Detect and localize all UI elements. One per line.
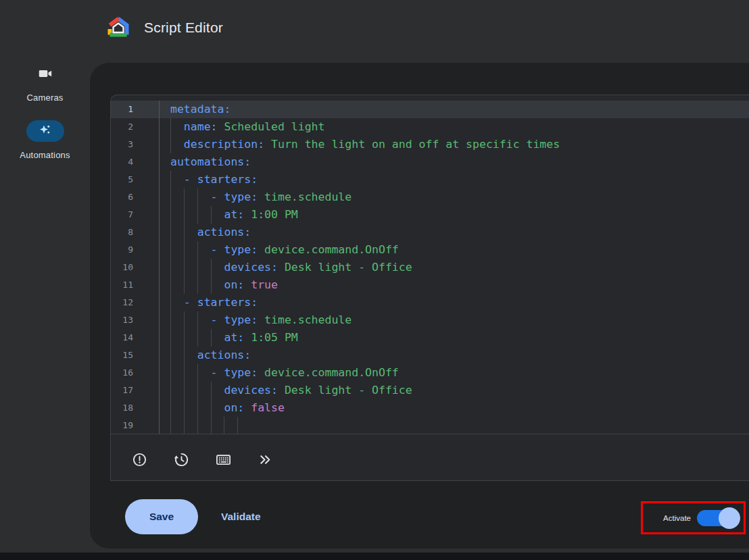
code-text [160, 417, 749, 434]
code-text: - type: device.command.OnOff [160, 364, 749, 382]
line-number: 7 [111, 206, 160, 224]
script-editor-card: 1metadata:2name: Scheduled light3descrip… [90, 63, 749, 549]
code-line[interactable]: 16- type: device.command.OnOff [111, 364, 749, 382]
code-text: - starters: [160, 294, 749, 311]
code-text: on: true [160, 276, 749, 294]
line-number: 19 [111, 417, 160, 434]
code-text: - starters: [160, 171, 749, 188]
sidebar-item-cameras[interactable] [32, 66, 59, 84]
code-line[interactable]: 5- starters: [111, 171, 749, 188]
errors-button[interactable] [126, 447, 153, 474]
line-number: 5 [111, 171, 160, 188]
code-line[interactable]: 7at: 1:00 PM [111, 206, 749, 224]
keyboard-icon [216, 452, 231, 469]
code-text: description: Turn the light on and off a… [160, 136, 749, 153]
line-number: 17 [111, 382, 160, 399]
line-number: 18 [111, 399, 160, 417]
sparkle-icon [39, 123, 52, 139]
line-number: 16 [111, 364, 160, 382]
code-line[interactable]: 10devices: Desk light - Office [111, 259, 749, 276]
code-lines[interactable]: 1metadata:2name: Scheduled light3descrip… [111, 95, 749, 434]
editor-toolbar [111, 434, 749, 486]
line-number: 12 [111, 294, 160, 311]
line-number: 13 [111, 311, 160, 329]
activate-label: Activate [663, 514, 691, 522]
sidebar-item-cameras-label[interactable]: Cameras [0, 93, 90, 103]
error-icon [132, 452, 147, 469]
page-title: Script Editor [144, 20, 223, 36]
code-text: automations: [160, 153, 749, 171]
sidebar-item-automations[interactable] [26, 120, 64, 142]
bottom-strip [0, 553, 749, 560]
code-line[interactable]: 3description: Turn the light on and off … [111, 136, 749, 153]
sidebar: Cameras Automations [0, 63, 90, 160]
line-number: 2 [111, 118, 160, 136]
line-number: 8 [111, 224, 160, 241]
code-text: on: false [160, 399, 749, 417]
code-text: - type: time.schedule [160, 188, 749, 206]
history-icon [174, 452, 189, 469]
code-line[interactable]: 2name: Scheduled light [111, 118, 749, 136]
validate-button[interactable]: Validate [216, 499, 266, 534]
code-line[interactable]: 15actions: [111, 347, 749, 364]
code-line[interactable]: 18on: false [111, 399, 749, 417]
videocam-icon [38, 66, 53, 84]
code-line[interactable]: 14at: 1:05 PM [111, 329, 749, 347]
code-line[interactable]: 13- type: time.schedule [111, 311, 749, 329]
double-chevron-icon [258, 452, 273, 469]
line-number: 6 [111, 188, 160, 206]
save-button[interactable]: Save [125, 499, 198, 534]
code-line[interactable]: 8actions: [111, 224, 749, 241]
line-number: 3 [111, 136, 160, 153]
line-number: 10 [111, 259, 160, 276]
toggle-thumb [719, 507, 740, 529]
google-home-logo-icon [106, 16, 130, 40]
code-line[interactable]: 1metadata: [111, 101, 749, 118]
code-text: actions: [160, 347, 749, 364]
code-text: devices: Desk light - Office [160, 259, 749, 276]
line-number: 1 [111, 101, 160, 118]
code-line[interactable]: 17devices: Desk light - Office [111, 382, 749, 399]
code-text: name: Scheduled light [160, 118, 749, 136]
line-number: 11 [111, 276, 160, 294]
code-text: devices: Desk light - Office [160, 382, 749, 399]
history-button[interactable] [168, 447, 195, 474]
expand-toolbar-button[interactable] [251, 447, 279, 474]
code-text: actions: [160, 224, 749, 241]
code-text: at: 1:00 PM [160, 206, 749, 224]
code-line[interactable]: 12- starters: [111, 294, 749, 311]
code-line[interactable]: 6- type: time.schedule [111, 188, 749, 206]
activate-toggle[interactable] [697, 509, 738, 527]
code-text: at: 1:05 PM [160, 329, 749, 347]
line-number: 9 [111, 241, 160, 259]
code-line[interactable]: 11on: true [111, 276, 749, 294]
line-number: 4 [111, 153, 160, 171]
highlight-box: Activate [641, 501, 746, 534]
code-text: metadata: [160, 101, 749, 118]
code-line[interactable]: 19 [111, 417, 749, 434]
sidebar-item-automations-label[interactable]: Automations [0, 150, 90, 160]
line-number: 15 [111, 347, 160, 364]
line-number: 14 [111, 329, 160, 347]
code-line[interactable]: 4automations: [111, 153, 749, 171]
code-text: - type: time.schedule [160, 311, 749, 329]
code-text: - type: device.command.OnOff [160, 241, 749, 259]
code-editor: 1metadata:2name: Scheduled light3descrip… [110, 95, 749, 481]
code-line[interactable]: 9- type: device.command.OnOff [111, 241, 749, 259]
keyboard-button[interactable] [210, 447, 237, 474]
